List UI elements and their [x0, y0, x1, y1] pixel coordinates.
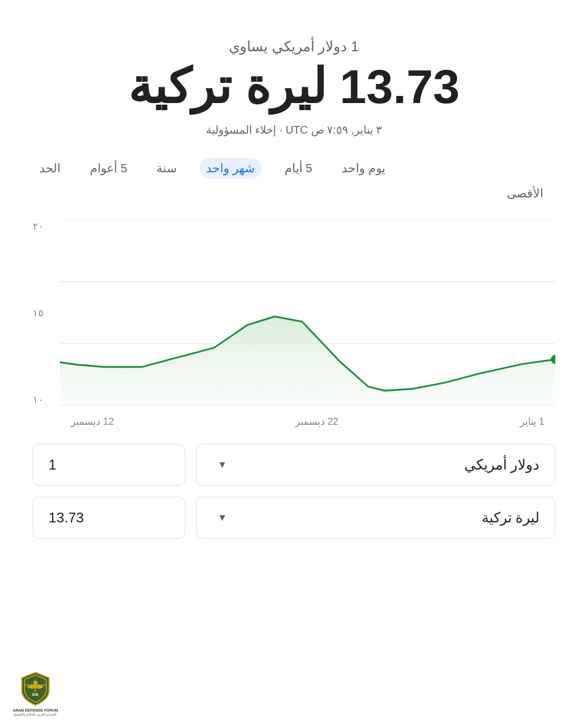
from-value-input[interactable]: 1 — [33, 444, 185, 486]
to-value: 13.73 — [49, 509, 84, 526]
filter-btn-5d[interactable]: 5 أيام — [278, 158, 319, 179]
svg-text:DA: DA — [32, 692, 39, 697]
chart-x-labels: 1 يناير 22 ديسمبر 12 ديسمبر — [60, 416, 555, 428]
y-label-20: ٢٠ — [33, 220, 44, 232]
from-currency-arrow-icon: ▼ — [217, 459, 227, 471]
logo-container: DA ARAB DEFENSE FORUM المنتدى العربي للد… — [11, 670, 60, 717]
from-currency-selector[interactable]: دولار أمريكي ▼ — [196, 444, 555, 486]
chart-svg — [60, 220, 555, 406]
x-label-dec22: 22 ديسمبر — [295, 416, 338, 428]
logo-line2: المنتدى العربي للدفاع والتسليح — [13, 713, 58, 717]
filter-btn-1d[interactable]: يوم واحد — [335, 158, 392, 179]
logo-watermark: DA ARAB DEFENSE FORUM المنتدى العربي للد… — [11, 670, 60, 717]
chart-svg-container — [60, 220, 555, 406]
y-label-15: ١٥ — [33, 307, 44, 319]
filter-btn-1m[interactable]: شهر واحد — [199, 158, 261, 179]
filter-group-row1: يوم واحد 5 أيام شهر واحد سنة 5 أعوام الح… — [33, 158, 550, 179]
filter-btn-5y[interactable]: 5 أعوام — [83, 158, 134, 179]
filter-group-row2: الأقصى — [33, 183, 550, 204]
from-currency-label: دولار أمريكي — [464, 456, 539, 473]
converter-row-to: ليرة تركية ▼ 13.73 — [33, 497, 555, 539]
from-value: 1 — [49, 456, 56, 473]
converter-section: دولار أمريكي ▼ 1 ليرة تركية ▼ 13.73 — [33, 444, 555, 539]
y-label-10: ١٠ — [33, 394, 44, 406]
filter-btn-max[interactable]: الحد — [33, 158, 67, 179]
logo-shield-icon: DA — [16, 670, 54, 708]
x-label-jan1: 1 يناير — [520, 416, 544, 428]
main-rate: 13.73 ليرة تركية — [33, 61, 555, 113]
converter-row-from: دولار أمريكي ▼ 1 — [33, 444, 555, 486]
chart-y-labels: ٢٠ ١٥ ١٠ — [33, 220, 44, 428]
x-label-dec12: 12 ديسمبر — [71, 416, 114, 428]
filter-btn-1y[interactable]: سنة — [150, 158, 183, 179]
timestamp: ٣ يناير, ٧:٥٩ ص UTC · إخلاء المسؤولية — [33, 123, 555, 136]
to-currency-arrow-icon: ▼ — [217, 512, 227, 524]
svg-point-4 — [33, 681, 38, 685]
to-currency-label: ليرة تركية — [482, 509, 539, 526]
to-currency-selector[interactable]: ليرة تركية ▼ — [196, 497, 555, 539]
logo-text: ARAB DEFENSE FORUM المنتدى العربي للدفاع… — [13, 708, 58, 717]
time-filters: يوم واحد 5 أيام شهر واحد سنة 5 أعوام الح… — [33, 158, 555, 204]
to-value-display: 13.73 — [33, 497, 185, 539]
chart-fill — [60, 316, 555, 405]
logo-line1: ARAB DEFENSE FORUM — [13, 708, 58, 713]
chart-area: ٢٠ ١٥ ١٠ — [33, 220, 555, 428]
subtitle: 1 دولار أمريكي يساوي — [33, 38, 555, 55]
filter-btn-maxext[interactable]: الأقصى — [500, 183, 550, 204]
